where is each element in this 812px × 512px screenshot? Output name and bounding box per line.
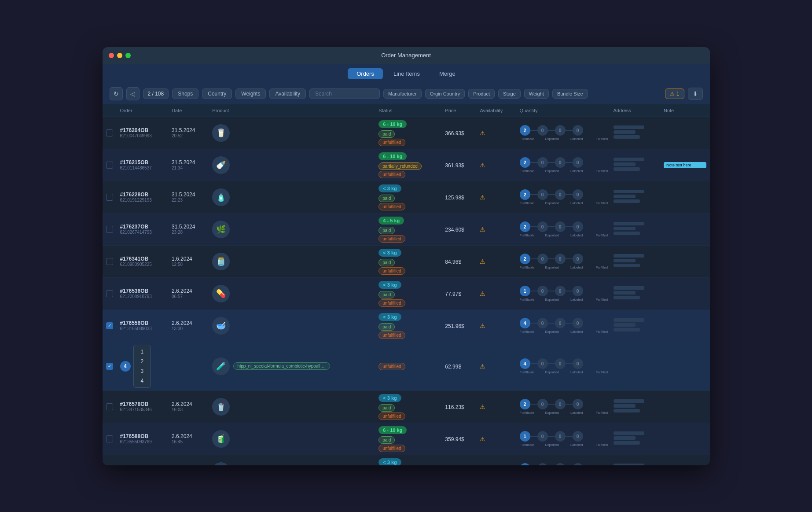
titlebar: Order Management <box>103 47 710 64</box>
status-badge-1: partially_refunded <box>378 162 422 170</box>
app-window: Order Management Orders Line Items Merge… <box>103 47 710 465</box>
row-checkbox[interactable]: ✓ <box>106 363 113 370</box>
qty-label: Fulfilled <box>596 298 606 302</box>
col-status: Status <box>375 104 441 117</box>
row-checkbox[interactable] <box>106 226 113 233</box>
row-price-cell: 251.96$ <box>441 309 476 342</box>
row-checkbox[interactable] <box>106 258 113 265</box>
row-checkbox[interactable] <box>106 194 113 201</box>
order-id: #176237OB <box>120 224 165 230</box>
order-sub: 6210191229193 <box>120 198 165 203</box>
manufacturer-filter[interactable]: Manufacturer <box>383 89 422 99</box>
product-thumbnail: 🥣 <box>212 317 230 335</box>
row-date-cell: 2.6.2024 13:30 <box>168 309 209 342</box>
order-sub: 6210267414793 <box>120 230 165 235</box>
dropdown-item[interactable]: 2 <box>134 357 151 366</box>
row-checkbox-cell: ✓ <box>103 342 117 390</box>
product-filter[interactable]: Product <box>468 89 495 99</box>
table-row: #176588OB 6213555093769 2.6.2024 16:45 🧃… <box>103 423 710 455</box>
row-checkbox[interactable] <box>106 403 113 410</box>
dropdown-item[interactable]: 3 <box>134 366 151 376</box>
qty-label: Exported <box>545 443 555 447</box>
row-checkbox-cell <box>103 149 117 181</box>
status-badge-2: unfulfilled <box>378 332 405 339</box>
order-id: #176588OB <box>120 433 165 439</box>
row-weight-status-cell: < 3 kg paid unfulfilled <box>375 245 441 277</box>
row-note-cell <box>660 117 710 149</box>
status-badge-1: unfulfilled <box>378 363 405 370</box>
status-badge-2: unfulfilled <box>378 203 405 210</box>
row-price-cell: 125.98$ <box>441 181 476 213</box>
order-time: 20:52 <box>172 133 205 138</box>
row-price-cell: 359.94$ <box>441 423 476 455</box>
row-weight-status-cell: < 3 kg paid unfulfilled <box>375 277 441 309</box>
order-date: 1.6.2024 <box>172 256 205 262</box>
alert-icon: ⚠ <box>670 91 675 97</box>
order-sub: 6212208918793 <box>120 294 165 299</box>
product-thumbnail: 🍼 <box>212 156 230 174</box>
dropdown-item[interactable]: 4 <box>134 376 151 386</box>
stage-filter[interactable]: Stage <box>498 89 521 99</box>
row-date-cell: 31.5.2024 22:23 <box>168 181 209 213</box>
tab-line-items[interactable]: Line Items <box>385 68 429 79</box>
qty-label: Labeled <box>570 298 581 302</box>
search-input[interactable] <box>309 88 380 99</box>
row-checkbox[interactable] <box>106 435 113 442</box>
row-checkbox-cell <box>103 181 117 213</box>
dropdown-item[interactable]: 1 <box>134 347 151 357</box>
bundle-size-filter[interactable]: Bundle Size <box>552 89 588 99</box>
row-warn-cell: ⚠ <box>476 390 516 423</box>
refresh-button[interactable]: ↻ <box>110 87 123 100</box>
row-checkbox[interactable]: ✓ <box>106 322 113 329</box>
tab-bar: Orders Line Items Merge <box>103 64 710 84</box>
row-price-cell: 77.97$ <box>441 455 476 465</box>
product-thumbnail: 🥤 <box>212 398 230 416</box>
download-button[interactable]: ⬇ <box>688 88 703 100</box>
order-sub: 6210114486537 <box>120 166 165 170</box>
price: 77.97$ <box>445 291 461 297</box>
minimize-button[interactable] <box>117 53 122 58</box>
row-order-cell: #176341OB 6210980905225 <box>117 245 169 277</box>
back-button[interactable]: ◁ <box>126 87 140 100</box>
row-weight-status-cell: < 3 kg paid unfulfilled <box>375 309 441 342</box>
order-date: 2.6.2024 <box>172 401 205 407</box>
col-quantity: Quantity <box>516 104 610 117</box>
order-id: #176341OB <box>120 256 165 262</box>
row-checkbox-cell <box>103 117 117 149</box>
qty-label: Fulfillable <box>520 265 530 269</box>
price: 116.23$ <box>445 404 464 410</box>
row-price-cell: 361.93$ <box>441 149 476 181</box>
order-date: 2.6.2024 <box>172 433 205 439</box>
row-checkbox-cell <box>103 455 117 465</box>
tab-merge[interactable]: Merge <box>430 68 464 79</box>
qty-label: Fulfilled <box>596 411 606 415</box>
qty-label: Exported <box>545 233 555 237</box>
row-checkbox[interactable] <box>106 290 113 297</box>
origin-country-filter[interactable]: Orgin Country <box>425 89 465 99</box>
weights-filter[interactable]: Weights <box>235 88 266 99</box>
availability-filter[interactable]: Availability <box>269 88 305 99</box>
weight-badge: 6 - 10 kg <box>378 120 407 128</box>
row-note-cell <box>660 455 710 465</box>
row-checkbox[interactable] <box>106 162 113 169</box>
row-product-cell: 🧪 hipp_ni_special-formula_combiotic-hypo… <box>209 342 375 390</box>
row-checkbox-cell <box>103 245 117 277</box>
country-filter[interactable]: Country <box>202 88 232 99</box>
row-weight-status-cell: < 3 kg paid unfulfilled <box>375 455 441 465</box>
qty-label: Fulfillable <box>520 370 530 374</box>
status-badge-2: unfulfilled <box>378 139 405 146</box>
row-product-cell: 🍼 <box>209 149 375 181</box>
qty-label: Fulfilled <box>596 265 606 269</box>
row-checkbox[interactable] <box>106 129 113 136</box>
alert-button[interactable]: ⚠ 1 <box>665 88 684 99</box>
weight-filter[interactable]: Weight <box>524 89 549 99</box>
warning-icon: ⚠ <box>480 435 485 442</box>
weight-badge: < 3 kg <box>378 458 401 465</box>
tab-orders[interactable]: Orders <box>348 68 383 79</box>
maximize-button[interactable] <box>125 53 131 58</box>
shops-filter[interactable]: Shops <box>172 88 198 99</box>
qty-label: Fulfillable <box>520 411 530 415</box>
close-button[interactable] <box>109 53 114 58</box>
col-date: Date <box>168 104 209 117</box>
status-badge-1: paid <box>378 130 395 138</box>
